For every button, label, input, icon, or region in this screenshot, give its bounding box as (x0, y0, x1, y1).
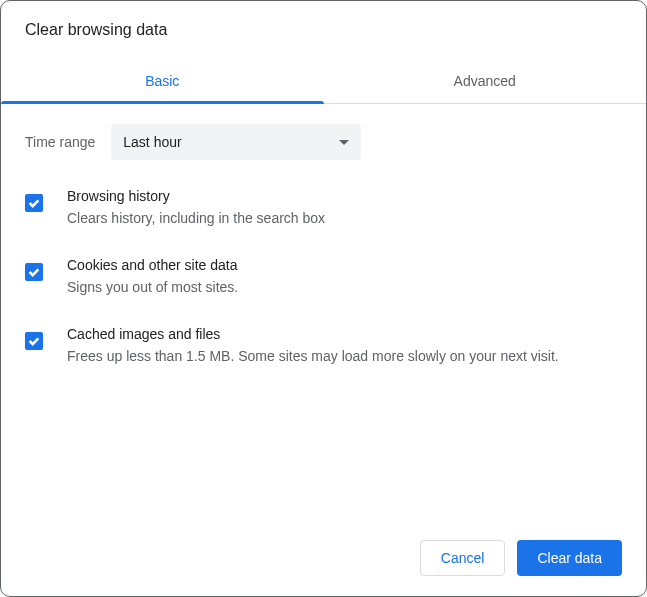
checkbox-cached[interactable] (25, 332, 43, 350)
time-range-row: Time range Last hour (25, 124, 622, 160)
option-desc: Clears history, including in the search … (67, 208, 622, 229)
tabs-bar: Basic Advanced (1, 59, 646, 104)
time-range-label: Time range (25, 134, 95, 150)
option-title: Browsing history (67, 188, 622, 204)
option-desc: Signs you out of most sites. (67, 277, 622, 298)
option-text: Browsing history Clears history, includi… (67, 188, 622, 229)
checkbox-browsing-history[interactable] (25, 194, 43, 212)
time-range-value: Last hour (123, 134, 181, 150)
option-cookies: Cookies and other site data Signs you ou… (25, 257, 622, 298)
option-title: Cached images and files (67, 326, 622, 342)
option-browsing-history: Browsing history Clears history, includi… (25, 188, 622, 229)
clear-browsing-data-dialog: Clear browsing data Basic Advanced Time … (0, 0, 647, 597)
option-text: Cached images and files Frees up less th… (67, 326, 622, 367)
option-desc: Frees up less than 1.5 MB. Some sites ma… (67, 346, 622, 367)
clear-data-button[interactable]: Clear data (517, 540, 622, 576)
time-range-select[interactable]: Last hour (111, 124, 361, 160)
dialog-footer: Cancel Clear data (1, 524, 646, 596)
option-text: Cookies and other site data Signs you ou… (67, 257, 622, 298)
checkmark-icon (27, 334, 41, 348)
tab-basic[interactable]: Basic (1, 59, 324, 103)
option-title: Cookies and other site data (67, 257, 622, 273)
checkmark-icon (27, 265, 41, 279)
dialog-content: Time range Last hour Browsing history Cl… (1, 104, 646, 524)
dialog-title: Clear browsing data (1, 1, 646, 59)
checkmark-icon (27, 196, 41, 210)
tab-advanced[interactable]: Advanced (324, 59, 647, 103)
cancel-button[interactable]: Cancel (420, 540, 506, 576)
checkbox-cookies[interactable] (25, 263, 43, 281)
chevron-down-icon (339, 140, 349, 145)
option-cached: Cached images and files Frees up less th… (25, 326, 622, 367)
